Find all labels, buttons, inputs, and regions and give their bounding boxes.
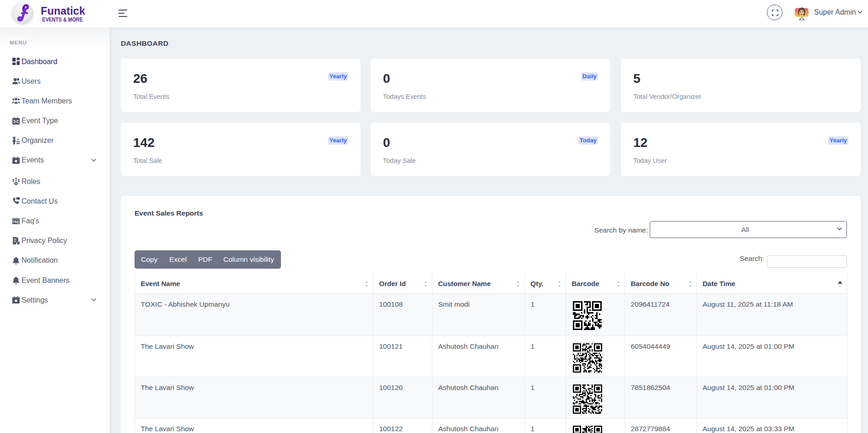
svg-text:FAQ: FAQ: [13, 220, 19, 224]
svg-text:Funatick: Funatick: [41, 6, 86, 17]
svg-text:EVENTS & MORE: EVENTS & MORE: [42, 16, 83, 23]
